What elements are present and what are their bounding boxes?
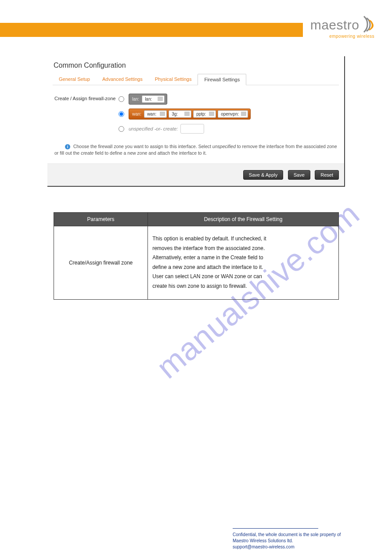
radio-lan[interactable] (119, 96, 124, 102)
zone-tag-lan: lan: (131, 97, 140, 102)
vpn-icon (241, 112, 246, 116)
field-label: Create / Assign firewall-zone (53, 93, 119, 101)
help-text: i Choose the firewall zone you want to a… (54, 143, 339, 156)
reset-button[interactable]: Reset (315, 170, 339, 180)
footer-separator (233, 528, 318, 529)
tunnel-icon (209, 112, 214, 116)
section-title: Common Configuration (54, 62, 339, 69)
iface-pptp: pptp: (193, 110, 216, 118)
save-button[interactable]: Save (288, 170, 310, 180)
modem-icon (184, 112, 190, 116)
zone-option-wan[interactable]: wan: wan: 3g: pptp: openvpn: (119, 108, 339, 120)
iface-lan: lan: (142, 95, 165, 103)
firewall-zone-row: Create / Assign firewall-zone lan: lan: … (53, 93, 339, 138)
iface-openvpn: openvpn: (218, 110, 248, 118)
ethernet-icon (158, 97, 163, 101)
brand-logo: maestro empowering wireless (310, 15, 374, 39)
tab-advanced-settings[interactable]: Advanced Settings (96, 74, 149, 85)
unspecified-label: unspecified -or- create: (129, 126, 178, 131)
tab-bar: General Setup Advanced Settings Physical… (53, 74, 339, 85)
zone-badge-lan: lan: lan: (129, 94, 167, 105)
iface-3g: 3g: (169, 110, 191, 118)
table-row: Create/Assign firewall zone This option … (54, 226, 339, 300)
save-apply-button[interactable]: Save & Apply (243, 170, 283, 180)
button-bar: Save & Apply Save Reset (47, 163, 344, 186)
param-name: Create/Assign firewall zone (54, 226, 148, 300)
info-icon: i (65, 144, 70, 149)
footer-text: Confidential, the whole document is the … (233, 532, 373, 550)
radio-wan[interactable] (119, 111, 124, 117)
zone-tag-wan: wan: (131, 112, 142, 116)
zone-option-lan[interactable]: lan: lan: (119, 93, 339, 105)
radio-unspecified[interactable] (119, 126, 124, 132)
ethernet-icon (160, 112, 165, 116)
tab-general-setup[interactable]: General Setup (53, 74, 96, 85)
parameters-table: Parameters Description of the Firewall S… (54, 212, 339, 300)
create-zone-input[interactable] (180, 124, 204, 134)
table-header-parameters: Parameters (54, 213, 148, 226)
tab-firewall-settings[interactable]: Firewall Settings (198, 74, 246, 85)
header-orange-bar (0, 23, 303, 37)
iface-wan: wan: (144, 110, 167, 118)
config-screenshot: Common Configuration General Setup Advan… (47, 56, 345, 187)
table-header-description: Description of the Firewall Setting (148, 213, 339, 226)
zone-badge-wan: wan: wan: 3g: pptp: openvpn: (129, 109, 251, 120)
zone-option-unspecified[interactable]: unspecified -or- create: (119, 123, 339, 134)
brand-name: maestro (310, 18, 360, 33)
param-description: This option is enabled by default. If un… (148, 226, 339, 300)
tab-physical-settings[interactable]: Physical Settings (149, 74, 198, 85)
wireless-arcs-icon (362, 15, 374, 35)
